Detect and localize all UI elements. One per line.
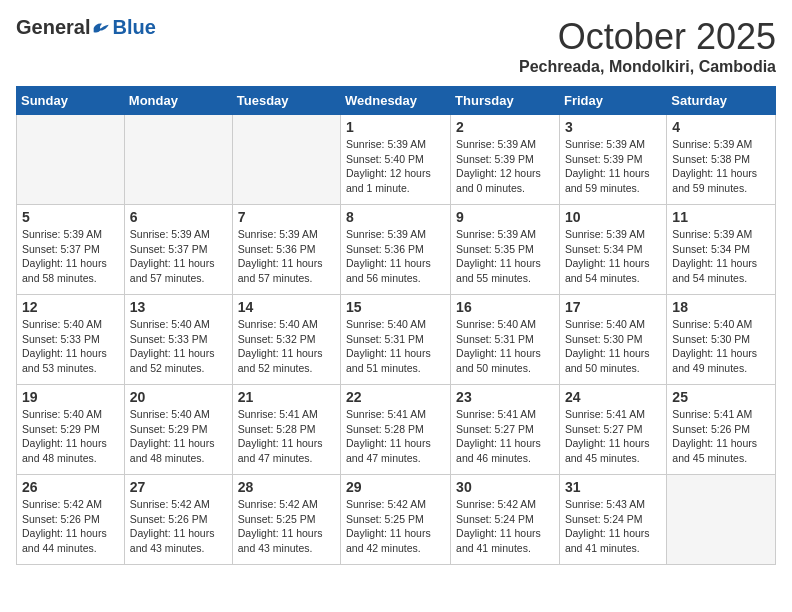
calendar-cell: 26Sunrise: 5:42 AMSunset: 5:26 PMDayligh… — [17, 475, 125, 565]
day-number: 3 — [565, 119, 661, 135]
calendar-cell: 17Sunrise: 5:40 AMSunset: 5:30 PMDayligh… — [559, 295, 666, 385]
calendar-cell: 21Sunrise: 5:41 AMSunset: 5:28 PMDayligh… — [232, 385, 340, 475]
calendar-cell: 7Sunrise: 5:39 AMSunset: 5:36 PMDaylight… — [232, 205, 340, 295]
page-header: General Blue October 2025 Pechreada, Mon… — [16, 16, 776, 76]
day-number: 5 — [22, 209, 119, 225]
calendar-cell: 10Sunrise: 5:39 AMSunset: 5:34 PMDayligh… — [559, 205, 666, 295]
logo-general: General — [16, 16, 90, 39]
calendar-cell: 15Sunrise: 5:40 AMSunset: 5:31 PMDayligh… — [341, 295, 451, 385]
location: Pechreada, Mondolkiri, Cambodia — [519, 58, 776, 76]
day-number: 29 — [346, 479, 445, 495]
day-info: Sunrise: 5:40 AMSunset: 5:33 PMDaylight:… — [130, 317, 227, 376]
calendar-cell: 1Sunrise: 5:39 AMSunset: 5:40 PMDaylight… — [341, 115, 451, 205]
day-number: 11 — [672, 209, 770, 225]
day-number: 14 — [238, 299, 335, 315]
day-number: 16 — [456, 299, 554, 315]
day-number: 12 — [22, 299, 119, 315]
day-info: Sunrise: 5:40 AMSunset: 5:29 PMDaylight:… — [130, 407, 227, 466]
calendar-cell: 9Sunrise: 5:39 AMSunset: 5:35 PMDaylight… — [451, 205, 560, 295]
day-number: 20 — [130, 389, 227, 405]
day-number: 1 — [346, 119, 445, 135]
week-row: 26Sunrise: 5:42 AMSunset: 5:26 PMDayligh… — [17, 475, 776, 565]
calendar-cell: 28Sunrise: 5:42 AMSunset: 5:25 PMDayligh… — [232, 475, 340, 565]
calendar-cell — [124, 115, 232, 205]
day-info: Sunrise: 5:41 AMSunset: 5:28 PMDaylight:… — [238, 407, 335, 466]
day-number: 22 — [346, 389, 445, 405]
calendar-cell — [232, 115, 340, 205]
day-info: Sunrise: 5:43 AMSunset: 5:24 PMDaylight:… — [565, 497, 661, 556]
day-number: 18 — [672, 299, 770, 315]
day-info: Sunrise: 5:42 AMSunset: 5:24 PMDaylight:… — [456, 497, 554, 556]
day-info: Sunrise: 5:40 AMSunset: 5:31 PMDaylight:… — [346, 317, 445, 376]
weekday-header-row: SundayMondayTuesdayWednesdayThursdayFrid… — [17, 87, 776, 115]
day-info: Sunrise: 5:39 AMSunset: 5:40 PMDaylight:… — [346, 137, 445, 196]
day-number: 8 — [346, 209, 445, 225]
calendar-cell: 25Sunrise: 5:41 AMSunset: 5:26 PMDayligh… — [667, 385, 776, 475]
calendar-cell: 4Sunrise: 5:39 AMSunset: 5:38 PMDaylight… — [667, 115, 776, 205]
week-row: 5Sunrise: 5:39 AMSunset: 5:37 PMDaylight… — [17, 205, 776, 295]
calendar-cell: 20Sunrise: 5:40 AMSunset: 5:29 PMDayligh… — [124, 385, 232, 475]
day-info: Sunrise: 5:42 AMSunset: 5:26 PMDaylight:… — [22, 497, 119, 556]
logo-bird-icon — [92, 20, 112, 36]
day-info: Sunrise: 5:40 AMSunset: 5:30 PMDaylight:… — [672, 317, 770, 376]
calendar-cell: 5Sunrise: 5:39 AMSunset: 5:37 PMDaylight… — [17, 205, 125, 295]
day-number: 30 — [456, 479, 554, 495]
day-number: 2 — [456, 119, 554, 135]
day-info: Sunrise: 5:39 AMSunset: 5:34 PMDaylight:… — [672, 227, 770, 286]
day-number: 25 — [672, 389, 770, 405]
day-number: 28 — [238, 479, 335, 495]
day-number: 9 — [456, 209, 554, 225]
calendar-cell: 6Sunrise: 5:39 AMSunset: 5:37 PMDaylight… — [124, 205, 232, 295]
day-number: 21 — [238, 389, 335, 405]
day-info: Sunrise: 5:39 AMSunset: 5:35 PMDaylight:… — [456, 227, 554, 286]
day-info: Sunrise: 5:39 AMSunset: 5:39 PMDaylight:… — [565, 137, 661, 196]
day-info: Sunrise: 5:41 AMSunset: 5:27 PMDaylight:… — [565, 407, 661, 466]
calendar-cell — [17, 115, 125, 205]
day-number: 26 — [22, 479, 119, 495]
day-number: 24 — [565, 389, 661, 405]
calendar-cell: 19Sunrise: 5:40 AMSunset: 5:29 PMDayligh… — [17, 385, 125, 475]
day-number: 31 — [565, 479, 661, 495]
calendar-cell: 24Sunrise: 5:41 AMSunset: 5:27 PMDayligh… — [559, 385, 666, 475]
week-row: 12Sunrise: 5:40 AMSunset: 5:33 PMDayligh… — [17, 295, 776, 385]
weekday-header: Thursday — [451, 87, 560, 115]
day-info: Sunrise: 5:39 AMSunset: 5:38 PMDaylight:… — [672, 137, 770, 196]
month-title: October 2025 — [519, 16, 776, 58]
day-info: Sunrise: 5:41 AMSunset: 5:28 PMDaylight:… — [346, 407, 445, 466]
weekday-header: Tuesday — [232, 87, 340, 115]
weekday-header: Sunday — [17, 87, 125, 115]
logo: General Blue — [16, 16, 156, 39]
calendar-cell: 14Sunrise: 5:40 AMSunset: 5:32 PMDayligh… — [232, 295, 340, 385]
day-number: 13 — [130, 299, 227, 315]
day-info: Sunrise: 5:40 AMSunset: 5:32 PMDaylight:… — [238, 317, 335, 376]
calendar-cell: 23Sunrise: 5:41 AMSunset: 5:27 PMDayligh… — [451, 385, 560, 475]
day-info: Sunrise: 5:40 AMSunset: 5:30 PMDaylight:… — [565, 317, 661, 376]
calendar-cell — [667, 475, 776, 565]
calendar-table: SundayMondayTuesdayWednesdayThursdayFrid… — [16, 86, 776, 565]
day-info: Sunrise: 5:41 AMSunset: 5:26 PMDaylight:… — [672, 407, 770, 466]
calendar-cell: 31Sunrise: 5:43 AMSunset: 5:24 PMDayligh… — [559, 475, 666, 565]
day-info: Sunrise: 5:40 AMSunset: 5:29 PMDaylight:… — [22, 407, 119, 466]
day-number: 4 — [672, 119, 770, 135]
day-info: Sunrise: 5:39 AMSunset: 5:34 PMDaylight:… — [565, 227, 661, 286]
day-number: 19 — [22, 389, 119, 405]
day-info: Sunrise: 5:42 AMSunset: 5:25 PMDaylight:… — [238, 497, 335, 556]
day-info: Sunrise: 5:39 AMSunset: 5:39 PMDaylight:… — [456, 137, 554, 196]
calendar-cell: 8Sunrise: 5:39 AMSunset: 5:36 PMDaylight… — [341, 205, 451, 295]
calendar-cell: 3Sunrise: 5:39 AMSunset: 5:39 PMDaylight… — [559, 115, 666, 205]
calendar-cell: 13Sunrise: 5:40 AMSunset: 5:33 PMDayligh… — [124, 295, 232, 385]
weekday-header: Wednesday — [341, 87, 451, 115]
calendar-cell: 16Sunrise: 5:40 AMSunset: 5:31 PMDayligh… — [451, 295, 560, 385]
day-info: Sunrise: 5:39 AMSunset: 5:37 PMDaylight:… — [22, 227, 119, 286]
day-number: 6 — [130, 209, 227, 225]
calendar-cell: 30Sunrise: 5:42 AMSunset: 5:24 PMDayligh… — [451, 475, 560, 565]
week-row: 1Sunrise: 5:39 AMSunset: 5:40 PMDaylight… — [17, 115, 776, 205]
calendar-cell: 29Sunrise: 5:42 AMSunset: 5:25 PMDayligh… — [341, 475, 451, 565]
calendar-cell: 27Sunrise: 5:42 AMSunset: 5:26 PMDayligh… — [124, 475, 232, 565]
day-info: Sunrise: 5:42 AMSunset: 5:25 PMDaylight:… — [346, 497, 445, 556]
calendar-cell: 2Sunrise: 5:39 AMSunset: 5:39 PMDaylight… — [451, 115, 560, 205]
day-number: 23 — [456, 389, 554, 405]
weekday-header: Monday — [124, 87, 232, 115]
calendar-cell: 12Sunrise: 5:40 AMSunset: 5:33 PMDayligh… — [17, 295, 125, 385]
day-number: 7 — [238, 209, 335, 225]
